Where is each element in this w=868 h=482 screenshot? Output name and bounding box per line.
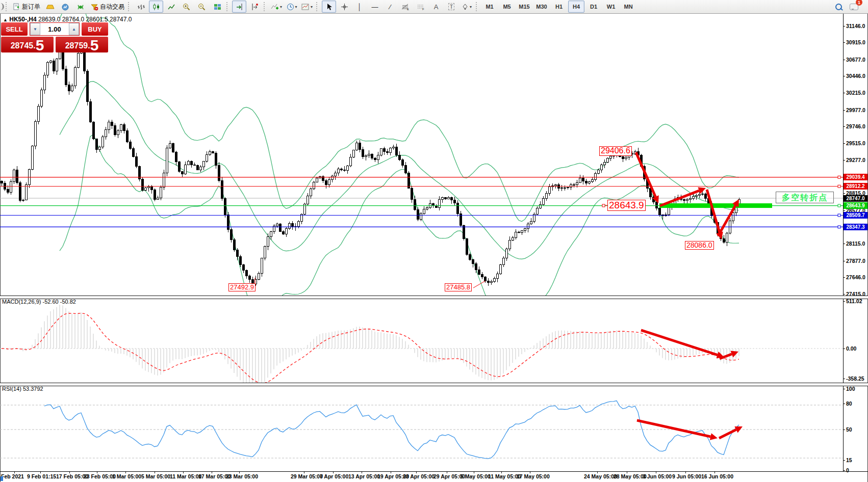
price-axis-tick: 30915.0: [846, 39, 865, 45]
macd-axis-tick: 0.00: [846, 345, 856, 352]
signal-button[interactable]: [73, 1, 88, 13]
new-order-label: 新订单: [22, 3, 40, 11]
price-tag-28347.3: 28347.3: [844, 224, 867, 230]
timeframe-mn[interactable]: MN: [620, 1, 636, 13]
timeframe-d1[interactable]: D1: [585, 1, 602, 13]
macd-panel-separator[interactable]: [0, 296, 868, 299]
search-icon: [835, 4, 842, 10]
price-tag-28509.7: 28509.7: [844, 212, 867, 219]
market-watch-button[interactable]: [58, 1, 72, 13]
price-axis-tick-mark: [843, 93, 845, 93]
time-axis-label: 28 May 05:00: [614, 473, 647, 479]
gold-button[interactable]: [43, 1, 57, 13]
timeframe-m15[interactable]: M15: [516, 1, 532, 13]
sell-button[interactable]: SELL: [1, 22, 28, 36]
periods-caret: ▾: [295, 5, 297, 9]
text-button[interactable]: A: [429, 1, 443, 13]
symbol-period-label: HK50-,H4: [9, 16, 36, 23]
macd-axis-tick-mark: [843, 379, 845, 379]
time-axis-label: 9 Jun 05:00: [672, 473, 701, 479]
timeframe-w1[interactable]: W1: [603, 1, 619, 13]
buy-button[interactable]: BUY: [82, 22, 108, 36]
macd-axis-tick-mark: [843, 349, 845, 349]
line-chart-button[interactable]: [164, 1, 178, 13]
templates-caret: ▾: [311, 5, 313, 9]
channels-button[interactable]: F: [414, 1, 428, 13]
new-order-button[interactable]: 新订单: [11, 1, 42, 13]
buy-price-display[interactable]: 28759.5: [56, 37, 108, 52]
vertical-line-icon: │: [358, 3, 362, 11]
new-order-icon: [13, 3, 20, 11]
partial-search-icon: [0, 3, 4, 10]
label-button[interactable]: T: [444, 1, 458, 13]
auto-scroll-button[interactable]: [232, 1, 246, 13]
market-watch-icon: [61, 3, 69, 11]
price-axis-tick-mark: [843, 277, 845, 278]
sell-price-display[interactable]: 28745.5: [1, 37, 54, 52]
toolbar-grip: [316, 2, 319, 11]
auto-trading-button[interactable]: 自动交易: [89, 1, 126, 13]
shapes-button[interactable]: ▾: [459, 1, 474, 13]
rsi-axis-tick-mark: [843, 389, 845, 389]
fibonacci-button[interactable]: E: [398, 1, 413, 13]
bar-chart-button[interactable]: [134, 1, 148, 13]
channels-icon: F: [417, 3, 425, 11]
search-button[interactable]: [831, 1, 846, 13]
candlestick-chart-button[interactable]: [149, 1, 163, 13]
zoom-out-icon: [198, 3, 206, 11]
time-axis-label: 16 Jun 05:00: [701, 473, 733, 479]
time-axis-line: [0, 471, 868, 472]
indicators-button[interactable]: ▾: [269, 1, 284, 13]
cursor-button[interactable]: [322, 1, 336, 13]
price-axis-line: [843, 14, 844, 471]
horizontal-line-button[interactable]: —: [368, 1, 382, 13]
gold-bar-icon: [46, 3, 55, 10]
horizontal-line-icon: —: [372, 3, 378, 11]
volume-increase-button[interactable]: ▲: [69, 23, 79, 35]
timeframe-h1[interactable]: H1: [551, 1, 567, 13]
zoom-out-button[interactable]: [195, 1, 209, 13]
time-axis-label: 1 Mar 05:00: [112, 473, 141, 479]
time-axis-label: 3 Jun 05:00: [643, 473, 672, 479]
crosshair-button[interactable]: [337, 1, 351, 13]
toolbar-grip: [128, 2, 131, 11]
price-axis-tick: 29277.0: [846, 157, 865, 163]
cursor-icon: [326, 3, 333, 11]
clock-icon: [287, 3, 294, 11]
bar-chart-icon: [137, 3, 145, 11]
time-axis-label: 11 May 05:00: [488, 473, 521, 479]
trendline-icon: ∕: [390, 3, 391, 11]
timeframe-m1[interactable]: M1: [481, 1, 498, 13]
volume-decrease-button[interactable]: ▼: [30, 23, 40, 35]
toolbar-grip: [226, 2, 229, 11]
sell-price-big-digit: 5: [36, 39, 44, 52]
timeframe-m5[interactable]: M5: [499, 1, 515, 13]
timeframe-h4[interactable]: H4: [568, 1, 584, 13]
chart-shift-button[interactable]: [247, 1, 262, 13]
notifications-button[interactable]: 1: [847, 1, 861, 13]
crosshair-icon: [341, 3, 348, 11]
price-tag-28747.0: 28747.0: [844, 195, 867, 202]
zoom-in-button[interactable]: [180, 1, 194, 13]
price-tag-28912.2: 28912.2: [844, 183, 867, 190]
price-axis-tick: 30446.0: [846, 73, 865, 79]
tile-windows-button[interactable]: [210, 1, 224, 13]
timeframe-m30[interactable]: M30: [533, 1, 550, 13]
price-axis-tick-mark: [843, 76, 845, 76]
collapse-triangle-icon[interactable]: ▲: [3, 17, 8, 22]
price-axis-tick-mark: [843, 110, 845, 111]
time-axis-label: 11 Mar 05:00: [170, 473, 201, 479]
rsi-panel-separator[interactable]: [0, 383, 868, 386]
periods-button[interactable]: ▾: [285, 1, 299, 13]
vertical-line-button[interactable]: │: [352, 1, 367, 13]
price-callout-28643.9: 28643.9: [607, 200, 646, 211]
templates-button[interactable]: ▾: [300, 1, 314, 13]
price-callout-27492.9: 27492.9: [228, 283, 256, 291]
price-axis-tick-mark: [843, 160, 845, 160]
rsi-axis-tick: 0: [846, 467, 849, 473]
trendline-button[interactable]: ∕: [383, 1, 397, 13]
price-axis-tick-mark: [843, 244, 845, 244]
chart-shift-icon: [251, 3, 259, 11]
taskbar-fragment: [1, 476, 3, 481]
volume-input[interactable]: 1.00: [40, 23, 69, 35]
